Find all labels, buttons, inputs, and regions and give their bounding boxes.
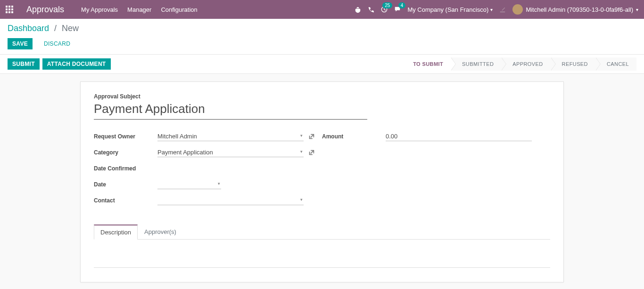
tab-description[interactable]: Description [94,225,138,240]
app-title: Approvals [26,5,64,15]
bug-icon[interactable] [355,6,361,13]
contact-label: Contact [94,197,157,204]
tab-approvers[interactable]: Approver(s) [138,225,183,240]
submit-button[interactable]: SUBMIT [8,58,40,70]
amount-input[interactable] [386,132,532,141]
request-owner-label: Request Owner [94,133,157,140]
breadcrumb: Dashboard / New [8,24,636,33]
tab-panel-description[interactable] [94,249,550,268]
discuss-icon[interactable]: 4 [394,6,401,13]
company-name: My Company (San Francisco) [407,6,488,13]
external-link-icon[interactable] [308,133,315,140]
status-step-refused[interactable]: REFUSED [551,57,595,71]
attach-document-button[interactable]: ATTACH DOCUMENT [42,58,111,70]
status-step-submitted[interactable]: SUBMITTED [451,57,501,71]
status-step-to-submit[interactable]: TO SUBMIT [405,57,451,71]
discard-button[interactable]: DISCARD [39,38,75,49]
user-menu[interactable]: Mitchell Admin (709350-13-0-0fa9f6-all) … [512,4,638,15]
phone-icon[interactable] [368,6,374,13]
category-input[interactable] [157,148,304,157]
company-switcher[interactable]: My Company (San Francisco) ▾ [407,6,493,13]
studio-icon[interactable] [499,6,506,13]
date-confirmed-label: Date Confirmed [94,165,157,172]
date-input[interactable] [157,180,221,189]
user-name: Mitchell Admin (709350-13-0-0fa9f6-all) [526,6,633,13]
discuss-badge: 4 [398,2,406,8]
date-label: Date [94,181,157,188]
status-step-approved[interactable]: APPROVED [501,57,550,71]
breadcrumb-root[interactable]: Dashboard [8,24,49,33]
external-link-icon[interactable] [308,149,315,156]
request-owner-input[interactable] [157,132,304,141]
status-bar: TO SUBMIT SUBMITTED APPROVED REFUSED CAN… [405,57,636,71]
nav-my-approvals[interactable]: My Approvals [81,6,118,13]
nav-configuration[interactable]: Configuration [161,6,197,13]
approval-subject-label: Approval Subject [94,93,550,100]
breadcrumb-current: New [62,24,79,33]
save-button[interactable]: SAVE [8,38,33,49]
chevron-down-icon: ▾ [636,7,638,12]
apps-menu-icon[interactable] [6,6,13,13]
status-step-cancel[interactable]: CANCEL [595,57,636,71]
activities-badge: 25 [382,2,392,8]
activities-icon[interactable]: 25 [381,6,388,13]
avatar [512,4,523,15]
amount-label: Amount [322,133,386,140]
contact-input[interactable] [157,196,304,205]
approval-subject-input[interactable] [94,100,367,120]
chevron-down-icon: ▾ [490,7,493,12]
nav-manager[interactable]: Manager [127,6,151,13]
category-label: Category [94,149,157,156]
